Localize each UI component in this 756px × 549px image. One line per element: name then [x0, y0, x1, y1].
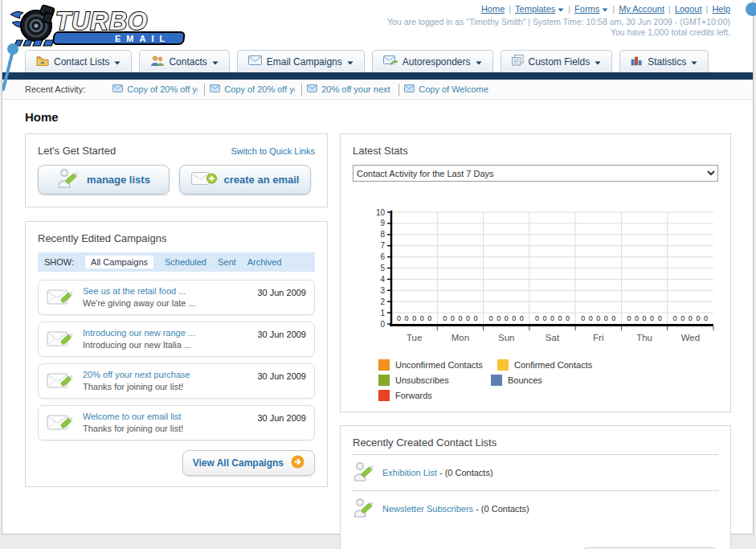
contact-list-row: Exhibition List - (0 Contacts)	[353, 454, 718, 490]
autoresponder-icon	[383, 55, 398, 68]
legend-item: Forwards	[378, 390, 497, 401]
nav-link-help[interactable]: Help	[712, 4, 730, 14]
svg-text:1: 1	[380, 309, 385, 318]
svg-text:0: 0	[427, 314, 431, 322]
svg-text:0: 0	[627, 314, 631, 322]
nav-link-home[interactable]: Home	[481, 4, 505, 14]
svg-text:0: 0	[535, 314, 539, 322]
svg-text:0: 0	[550, 314, 554, 322]
svg-text:0: 0	[512, 314, 516, 322]
tab-contact-lists[interactable]: Contact Lists	[25, 50, 132, 72]
tab-contacts[interactable]: Contacts	[139, 50, 229, 72]
contact-activity-chart: 01234567891000000Tue00000Mon00000Sun0000…	[353, 208, 718, 348]
legend-swatch	[378, 375, 390, 386]
svg-text:EMAIL: EMAIL	[115, 34, 170, 43]
campaign-date: 30 Jun 2009	[257, 368, 306, 381]
svg-text:8: 8	[380, 230, 385, 239]
legend-swatch	[497, 359, 509, 371]
svg-text:0: 0	[412, 314, 416, 322]
svg-text:6: 6	[380, 252, 385, 261]
campaign-date: 30 Jun 2009	[257, 285, 306, 297]
nav-link-my-account[interactable]: My Account	[619, 4, 664, 14]
campaign-title-link[interactable]: 20% off your next purchase	[83, 370, 190, 379]
campaign-card: Welcome to our email listThanks for join…	[38, 405, 315, 440]
create-email-button[interactable]: create an email	[179, 165, 311, 195]
legend-swatch	[378, 390, 390, 401]
recent-campaigns-panel: Recently Edited Campaigns SHOW: All Camp…	[25, 221, 328, 487]
recent-contact-lists-title: Recently Created Contact Lists	[353, 436, 718, 449]
nav-link-logout[interactable]: Logout	[675, 4, 702, 14]
top-navigation: Home|Templates|Forms|My Account|Logout|H…	[481, 4, 730, 14]
switch-quick-links-link[interactable]: Switch to Quick Links	[231, 146, 315, 156]
main-content: Home Let's Get Started Switch to Quick L…	[2, 100, 753, 549]
svg-text:0: 0	[704, 314, 708, 322]
filter-scheduled[interactable]: Scheduled	[165, 257, 206, 267]
svg-text:Sun: Sun	[498, 333, 514, 342]
svg-text:0: 0	[558, 314, 562, 322]
filter-all-campaigns[interactable]: All Campaigns	[85, 256, 153, 268]
folder-icon	[36, 55, 49, 68]
manage-lists-icon	[57, 167, 80, 192]
recent-activity-link[interactable]: Copy of Welcome to	[419, 84, 489, 94]
legend-item: Unconfirmed Contacts	[378, 359, 497, 371]
tab-custom-fields[interactable]: Custom Fields	[501, 50, 613, 72]
legend-item: Confirmed Contacts	[497, 359, 616, 371]
view-all-campaigns-button[interactable]: View All Campaigns	[182, 450, 315, 476]
svg-text:0: 0	[658, 314, 662, 322]
recent-activity-link[interactable]: Copy of 20% off yo	[127, 84, 198, 94]
nav-link-templates[interactable]: Templates	[515, 4, 555, 14]
latest-stats-panel: Latest Stats Contact Activity for the La…	[340, 133, 731, 412]
campaign-title-link[interactable]: Welcome to our email list	[83, 412, 182, 421]
nav-link-forms[interactable]: Forms	[574, 4, 599, 14]
svg-text:5: 5	[380, 264, 385, 272]
main-nav-tabs: Contact ListsContactsEmail CampaignsAuto…	[2, 48, 753, 72]
filter-archived[interactable]: Archived	[247, 257, 282, 267]
svg-text:4: 4	[380, 275, 385, 284]
nav-separator: |	[668, 4, 671, 14]
svg-text:3: 3	[380, 286, 385, 295]
svg-text:Thu: Thu	[636, 333, 652, 342]
header: TURBO EMAIL Home|Templates|Forms|My Acco…	[2, 0, 753, 48]
svg-text:9: 9	[380, 219, 385, 227]
svg-text:0: 0	[505, 314, 509, 322]
chevron-down-icon	[114, 56, 121, 68]
stats-period-select[interactable]: Contact Activity for the Last 7 Days	[353, 165, 718, 182]
campaign-filter-bar: SHOW: All CampaignsScheduledSentArchived	[38, 252, 315, 272]
campaign-title-link[interactable]: Introducing our new range ...	[83, 328, 195, 338]
svg-text:0: 0	[420, 314, 424, 322]
svg-text:0: 0	[466, 314, 470, 322]
contact-count: - (0 Contacts)	[473, 504, 529, 514]
svg-text:0: 0	[566, 314, 570, 322]
recent-activity-link[interactable]: 20% off your next p	[321, 84, 392, 94]
login-info: You are logged in as "Timothy Smith" | S…	[387, 17, 730, 27]
chevron-down-icon	[476, 56, 482, 68]
legend-swatch	[378, 359, 390, 371]
svg-text:0: 0	[611, 314, 615, 322]
campaign-title-link[interactable]: See us at the retail food ...	[83, 286, 186, 296]
tab-statistics[interactable]: Statistics	[619, 50, 709, 72]
tab-email-campaigns[interactable]: Email Campaigns	[237, 50, 365, 72]
orange-arrow-icon	[291, 455, 304, 471]
svg-text:0: 0	[458, 314, 462, 322]
recent-activity-item: 20% off your next p	[302, 84, 399, 96]
recent-activity-link[interactable]: Copy of 20% off yo	[224, 84, 295, 94]
credits-info: You have 1,000 total credits left.	[611, 27, 730, 37]
recent-contact-lists-panel: Recently Created Contact Lists Exhibitio…	[340, 425, 731, 549]
tab-autoresponders[interactable]: Autoresponders	[372, 50, 493, 72]
svg-text:0: 0	[673, 314, 677, 322]
contact-list-link[interactable]: Newsletter Subscribers	[382, 504, 473, 514]
campaign-subtitle: We're giving away our late ...	[83, 298, 196, 308]
svg-text:0: 0	[497, 314, 501, 322]
filter-sent[interactable]: Sent	[218, 257, 236, 267]
svg-text:10: 10	[376, 208, 386, 217]
contact-list-link[interactable]: Exhibition List	[382, 468, 437, 477]
envelope-pencil-icon	[47, 327, 76, 351]
svg-text:0: 0	[520, 314, 524, 322]
manage-lists-button[interactable]: manage lists	[38, 165, 170, 195]
legend-swatch	[491, 375, 502, 386]
svg-text:0: 0	[650, 314, 654, 322]
envelope-icon	[248, 55, 262, 68]
chevron-down-icon	[595, 56, 601, 68]
person-pencil-icon	[353, 461, 375, 485]
envelope-small-icon	[404, 84, 415, 94]
